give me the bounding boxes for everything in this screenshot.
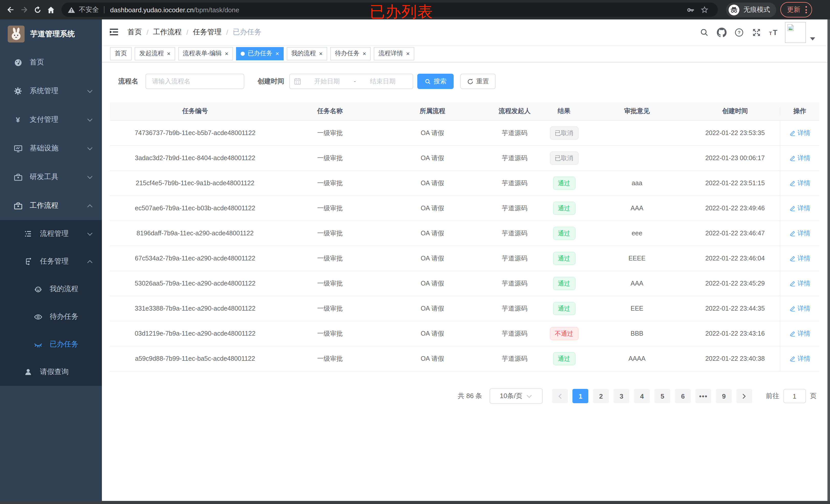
breadcrumb-home[interactable]: 首页 bbox=[127, 28, 142, 37]
tab-close-icon[interactable]: × bbox=[276, 51, 279, 57]
cell-id: ec507ae6-7b9a-11ec-b03b-acde48001122 bbox=[110, 196, 280, 221]
reset-button[interactable]: 重置 bbox=[460, 74, 496, 89]
prev-page-icon bbox=[558, 393, 562, 399]
sidebar-item-infra[interactable]: 基础设施 bbox=[0, 134, 102, 163]
tab-close-icon[interactable]: × bbox=[319, 51, 323, 57]
update-label: 更新 bbox=[787, 5, 800, 14]
sidebar-item-todo-tasks[interactable]: 待办任务 bbox=[0, 303, 102, 331]
detail-link[interactable]: 详情 bbox=[789, 254, 810, 263]
tab-已办任务[interactable]: 已办任务× bbox=[236, 47, 284, 60]
sidebar-item-leave-query[interactable]: 请假查询 bbox=[0, 358, 102, 386]
cell-actions: 详情 bbox=[780, 171, 819, 196]
header-font-size-button[interactable]: TT bbox=[765, 20, 783, 45]
page-ellipsis[interactable]: ••• bbox=[695, 389, 711, 403]
detail-link[interactable]: 详情 bbox=[789, 204, 810, 212]
cell-created: 2022-01-22 23:53:35 bbox=[690, 121, 780, 145]
page-button-3[interactable]: 3 bbox=[613, 389, 629, 403]
page-button-6[interactable]: 6 bbox=[675, 389, 691, 403]
tab-流程表单-编辑[interactable]: 流程表单-编辑× bbox=[178, 47, 233, 60]
sidebar-fold-button[interactable] bbox=[109, 27, 119, 39]
sidebar-item-payment[interactable]: ¥支付管理 bbox=[0, 105, 102, 134]
sidebar-item-my-process[interactable]: 我的流程 bbox=[0, 275, 102, 303]
sidebar-item-label: 工作流程 bbox=[30, 201, 58, 210]
calendar-icon bbox=[294, 78, 301, 85]
table-row: 215cf4e5-7b9b-11ec-9a1b-acde48001122一级审批… bbox=[110, 171, 819, 196]
table-row: 03d1219e-7b9a-11ec-a290-acde48001122一级审批… bbox=[110, 321, 819, 346]
sidebar-item-task-mgmt[interactable]: 任务管理 bbox=[0, 248, 102, 275]
window-scrollbar[interactable] bbox=[827, 20, 830, 504]
sidebar-logo[interactable]: 芋道管理系统 bbox=[0, 20, 102, 48]
detail-link[interactable]: 详情 bbox=[789, 329, 810, 338]
sidebar-item-home[interactable]: 首页 bbox=[0, 48, 102, 77]
tab-close-icon[interactable]: × bbox=[406, 51, 410, 57]
page-button-1[interactable]: 1 bbox=[572, 389, 588, 403]
sidebar-item-done-tasks[interactable]: 已办任务 bbox=[0, 331, 102, 358]
goto-page-input[interactable] bbox=[783, 389, 806, 403]
password-key-button[interactable] bbox=[683, 5, 697, 14]
tab-流程详情[interactable]: 流程详情× bbox=[374, 47, 414, 60]
chevron-down-icon bbox=[87, 118, 93, 122]
pencil-icon bbox=[789, 331, 795, 337]
date-end-placeholder[interactable]: 结束日期 bbox=[357, 77, 409, 86]
breadcrumb-task-mgmt[interactable]: 任务管理 bbox=[193, 28, 222, 37]
browser-reload-button[interactable] bbox=[31, 3, 44, 16]
breadcrumb-workflow[interactable]: 工作流程 bbox=[153, 28, 182, 37]
svg-text:T: T bbox=[769, 30, 772, 36]
search-button[interactable]: 搜索 bbox=[417, 74, 454, 89]
browser-update-button[interactable]: 更新 bbox=[780, 2, 812, 18]
sidebar-item-label: 待办任务 bbox=[50, 312, 78, 321]
detail-link[interactable]: 详情 bbox=[789, 179, 810, 188]
sidebar-item-process-mgmt[interactable]: 流程管理 bbox=[0, 220, 102, 248]
cell-id: 8196daff-7b9a-11ec-a290-acde48001122 bbox=[110, 221, 280, 246]
result-badge: 已取消 bbox=[550, 126, 578, 140]
cell-created: 2022-01-22 23:40:38 bbox=[690, 346, 780, 371]
next-page-button[interactable] bbox=[736, 389, 752, 403]
detail-link[interactable]: 详情 bbox=[789, 154, 810, 163]
tab-我的流程[interactable]: 我的流程× bbox=[287, 47, 327, 60]
tab-close-icon[interactable]: × bbox=[362, 51, 366, 57]
browser-back-button[interactable] bbox=[4, 3, 18, 16]
cell-comment: EEE bbox=[584, 296, 690, 321]
header-github-button[interactable] bbox=[713, 20, 730, 45]
sidebar-item-label: 我的流程 bbox=[50, 284, 78, 294]
header-fullscreen-button[interactable] bbox=[747, 20, 765, 45]
cell-created: 2022-01-22 23:49:46 bbox=[690, 196, 780, 221]
sidebar-item-system[interactable]: 系统管理 bbox=[0, 77, 102, 105]
page-button-5[interactable]: 5 bbox=[655, 389, 670, 403]
detail-link-label: 详情 bbox=[797, 229, 810, 238]
page-button-4[interactable]: 4 bbox=[634, 389, 650, 403]
tab-发起流程[interactable]: 发起流程× bbox=[135, 47, 175, 60]
url-path: /bpm/task/done bbox=[194, 6, 240, 13]
tab-首页[interactable]: 首页 bbox=[110, 47, 132, 60]
browser-menu-icon[interactable] bbox=[805, 6, 807, 13]
tab-待办任务[interactable]: 待办任务× bbox=[330, 47, 371, 60]
cell-name: 一级审批 bbox=[280, 171, 380, 196]
date-start-placeholder[interactable]: 开始日期 bbox=[301, 77, 353, 86]
prev-page-button[interactable] bbox=[552, 389, 568, 403]
page-button-2[interactable]: 2 bbox=[593, 389, 609, 403]
sidebar-item-devtools[interactable]: 研发工具 bbox=[0, 163, 102, 191]
detail-link[interactable]: 详情 bbox=[789, 129, 810, 137]
page-button-9[interactable]: 9 bbox=[716, 389, 732, 403]
avatar[interactable] bbox=[785, 22, 806, 43]
browser-forward-button[interactable] bbox=[18, 3, 31, 16]
result-badge: 通过 bbox=[553, 302, 575, 315]
page-size-select[interactable]: 10条/页 bbox=[489, 389, 542, 404]
bookmark-star-button[interactable] bbox=[697, 5, 712, 14]
header-search-button[interactable] bbox=[695, 20, 713, 45]
cell-starter: 芋道源码 bbox=[485, 246, 544, 271]
detail-link[interactable]: 详情 bbox=[789, 279, 810, 288]
sidebar-item-workflow[interactable]: 工作流程 bbox=[0, 191, 102, 220]
date-range-picker[interactable]: 开始日期 - 结束日期 bbox=[289, 74, 413, 89]
detail-link[interactable]: 详情 bbox=[789, 304, 810, 313]
tab-close-icon[interactable]: × bbox=[225, 51, 228, 57]
process-name-input[interactable] bbox=[146, 74, 244, 89]
detail-link[interactable]: 详情 bbox=[789, 229, 810, 238]
header-help-button[interactable]: ? bbox=[730, 20, 747, 45]
detail-link-label: 详情 bbox=[797, 279, 810, 288]
pagination: 共 86 条 10条/页 123456•••9 前往 页 bbox=[458, 389, 817, 404]
browser-home-button[interactable] bbox=[44, 3, 57, 16]
detail-link[interactable]: 详情 bbox=[789, 354, 810, 363]
avatar-caret-button[interactable] bbox=[810, 33, 815, 42]
tab-close-icon[interactable]: × bbox=[167, 51, 170, 57]
